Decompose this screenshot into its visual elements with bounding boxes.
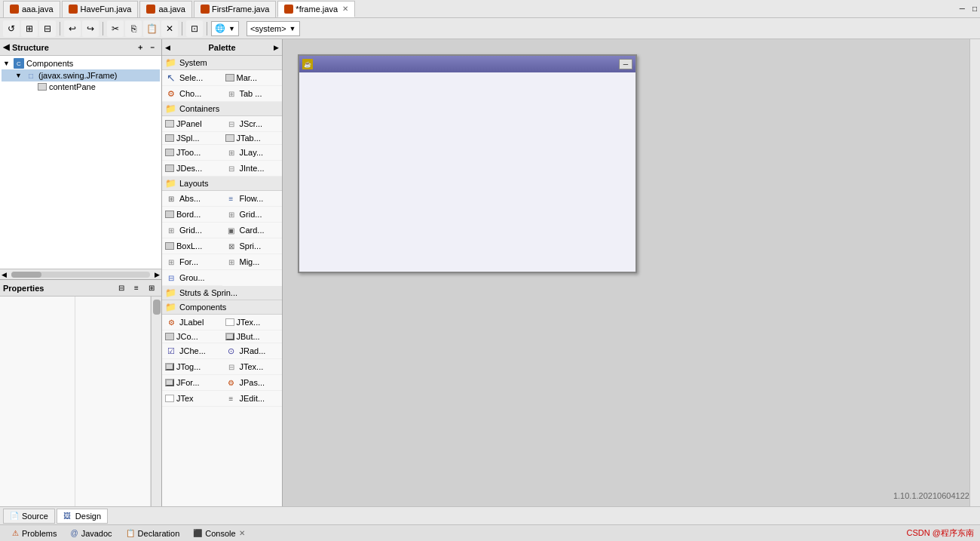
hscroll-track[interactable] bbox=[11, 272, 150, 278]
palette-item-jtool[interactable]: JToo... bbox=[162, 145, 222, 161]
palette-item-jlabel[interactable]: ⚙ JLabel bbox=[162, 315, 222, 330]
palette-item-jedit[interactable]: ≡ JEdit... bbox=[222, 391, 283, 407]
status-tab-problems[interactable]: ⚠ Problems bbox=[6, 528, 63, 539]
properties-btn3[interactable]: ⊞ bbox=[145, 281, 158, 295]
palette-item-grid2[interactable]: ⊞ Grid... bbox=[222, 207, 283, 223]
palette-group-label: Grou... bbox=[179, 273, 205, 282]
tab-havefun[interactable]: HaveFun.java bbox=[62, 1, 139, 17]
palette-item-gridl[interactable]: ⊞ Grid... bbox=[162, 223, 222, 238]
system-arrow: ▼ bbox=[289, 25, 296, 32]
palette-system-grid: ↖ Sele... Mar... ⚙ Cho... ⊞ Tab ... bbox=[162, 70, 282, 102]
redo-button[interactable]: ↪ bbox=[82, 20, 99, 37]
palette-item-abs[interactable]: ⊞ Abs... bbox=[162, 191, 222, 207]
palette-item-border[interactable]: Bord... bbox=[162, 207, 222, 223]
hscroll-left[interactable]: ◀ bbox=[0, 271, 8, 278]
palette-item-jrad[interactable]: ⊙ JRad... bbox=[222, 343, 283, 359]
palette-item-jtex3[interactable]: JTex bbox=[162, 391, 222, 407]
vscroll-thumb[interactable] bbox=[153, 300, 161, 315]
palette-item-group[interactable]: ⊟ Grou... bbox=[162, 270, 222, 286]
palette-content[interactable]: 📁 System ↖ Sele... Mar... ⚙ Cho... bbox=[162, 56, 282, 506]
tab-frame-close[interactable]: ✕ bbox=[342, 5, 348, 13]
palette-jscroll-label: JScr... bbox=[240, 119, 263, 128]
palette-item-jbutt[interactable]: JBut... bbox=[222, 330, 283, 343]
palette-item-jtext[interactable]: JTex... bbox=[222, 315, 283, 330]
palette-item-marker[interactable]: Mar... bbox=[222, 70, 283, 86]
structure-add-btn[interactable]: ＋ bbox=[134, 41, 146, 54]
palette-item-jtex2[interactable]: ⊟ JTex... bbox=[222, 359, 283, 375]
palette-item-jcheck[interactable]: ☑ JChe... bbox=[162, 343, 222, 359]
palette-item-tab[interactable]: ⊞ Tab ... bbox=[222, 86, 283, 102]
palette-item-jsplit[interactable]: JSpl... bbox=[162, 132, 222, 145]
palette-arrow[interactable]: ◀ bbox=[165, 44, 170, 51]
palette-group-components[interactable]: 📁 Components bbox=[162, 300, 282, 315]
status-tab-console[interactable]: ⬛ Console ✕ bbox=[187, 528, 250, 539]
palette-item-jdes[interactable]: JDes... bbox=[162, 161, 222, 177]
palette-item-choose[interactable]: ⚙ Cho... bbox=[162, 86, 222, 102]
palette-item-jtab[interactable]: JTab... bbox=[222, 132, 283, 145]
palette-item-jlay[interactable]: ⊞ JLay... bbox=[222, 145, 283, 161]
canvas-panel[interactable]: ☕ ─ 1.10.1.202106041225 bbox=[283, 39, 980, 506]
palette-group-struts[interactable]: 📁 Struts & Sprin... bbox=[162, 286, 282, 300]
tab-design[interactable]: 🖼 Design bbox=[57, 509, 108, 524]
palette-group-containers[interactable]: 📁 Containers bbox=[162, 102, 282, 116]
palette-item-jpas[interactable]: ⚙ JPas... bbox=[222, 375, 283, 391]
palette-item-flow[interactable]: ≡ Flow... bbox=[222, 191, 283, 207]
copy-button[interactable]: ⎘ bbox=[125, 20, 142, 37]
palette-jpanel-label: JPanel bbox=[176, 119, 202, 128]
palette-item-jcombo[interactable]: JCo... bbox=[162, 330, 222, 343]
palette-item-box[interactable]: BoxL... bbox=[162, 238, 222, 254]
overview-button[interactable]: ⊡ bbox=[186, 20, 203, 37]
structure-collapse-arrow[interactable]: ◀ bbox=[3, 42, 9, 52]
palette-item-jfor[interactable]: JFor... bbox=[162, 375, 222, 391]
canvas-inner: ☕ ─ 1.10.1.202106041225 bbox=[283, 39, 980, 506]
window-minimize-btn[interactable]: ─ bbox=[619, 59, 632, 69]
structure-remove-btn[interactable]: － bbox=[146, 41, 158, 54]
refresh-button[interactable]: ↺ bbox=[3, 20, 20, 37]
expand-icon[interactable]: ▼ bbox=[3, 60, 14, 67]
expand-icon2[interactable]: ▼ bbox=[15, 72, 26, 79]
minimize-icon[interactable]: ─ bbox=[957, 5, 968, 13]
tree-item-components[interactable]: ▼ C Components bbox=[2, 57, 160, 69]
palette-item-jinte[interactable]: ⊟ JInte... bbox=[222, 161, 283, 177]
palette-item-spring[interactable]: ⊠ Spri... bbox=[222, 238, 283, 254]
palette-item-jpanel[interactable]: JPanel bbox=[162, 116, 222, 132]
palette-item-jscroll[interactable]: ⊟ JScr... bbox=[222, 116, 283, 132]
palette-group-layouts[interactable]: 📁 Layouts bbox=[162, 177, 282, 191]
palette-arrow2[interactable]: ▶ bbox=[274, 44, 279, 51]
properties-vscrollbar[interactable] bbox=[151, 297, 161, 506]
tree-area[interactable]: ▼ C Components ▼ □ (javax.swing.JFrame) bbox=[0, 56, 161, 269]
palette-item-card[interactable]: ▣ Card... bbox=[222, 223, 283, 238]
system-dropdown[interactable]: <system> ▼ bbox=[247, 21, 300, 36]
undo-button[interactable]: ↩ bbox=[64, 20, 81, 37]
hscroll-right[interactable]: ▶ bbox=[153, 271, 161, 278]
layout2-button[interactable]: ⊟ bbox=[39, 20, 56, 37]
cut-button[interactable]: ✂ bbox=[107, 20, 124, 37]
structure-hscrollbar[interactable]: ◀ ▶ bbox=[0, 269, 161, 279]
palette-item-form[interactable]: ⊞ For... bbox=[162, 254, 222, 270]
canvas-vscrollbar[interactable] bbox=[969, 39, 980, 506]
status-tab-javadoc[interactable]: @ Javadoc bbox=[64, 528, 118, 539]
layout1-button[interactable]: ⊞ bbox=[21, 20, 38, 37]
tab-firstframe[interactable]: FirstFrame.java bbox=[194, 1, 276, 17]
tree-item-jframe[interactable]: ▼ □ (javax.swing.JFrame) bbox=[2, 69, 160, 81]
tab-source[interactable]: 📄 Source bbox=[3, 509, 55, 524]
tree-item-contentpane[interactable]: contentPane bbox=[2, 81, 160, 92]
tab-aa[interactable]: aa.java bbox=[139, 1, 191, 17]
paste-button[interactable]: 📋 bbox=[143, 20, 160, 37]
properties-btn2[interactable]: ≡ bbox=[130, 281, 143, 295]
tab-frame[interactable]: *frame.java ✕ bbox=[277, 1, 355, 17]
console-close-btn[interactable]: ✕ bbox=[239, 529, 245, 537]
hscroll-thumb[interactable] bbox=[11, 272, 41, 278]
tab-aaa[interactable]: aaa.java bbox=[3, 1, 60, 17]
palette-item-jtog[interactable]: JTog... bbox=[162, 359, 222, 375]
palette-group-system[interactable]: 📁 System bbox=[162, 56, 282, 70]
palette-item-selector[interactable]: ↖ Sele... bbox=[162, 70, 222, 86]
palette-item-mig[interactable]: ⊞ Mig... bbox=[222, 254, 283, 270]
maximize-icon[interactable]: □ bbox=[969, 5, 980, 13]
folder-icon: 📁 bbox=[165, 57, 176, 68]
delete-button[interactable]: ✕ bbox=[161, 20, 178, 37]
status-tab-declaration[interactable]: 📋 Declaration bbox=[120, 528, 186, 539]
globe-dropdown[interactable]: 🌐 ▼ bbox=[211, 21, 239, 36]
canvas-window[interactable]: ☕ ─ bbox=[298, 54, 637, 273]
properties-btn1[interactable]: ⊟ bbox=[115, 281, 128, 295]
